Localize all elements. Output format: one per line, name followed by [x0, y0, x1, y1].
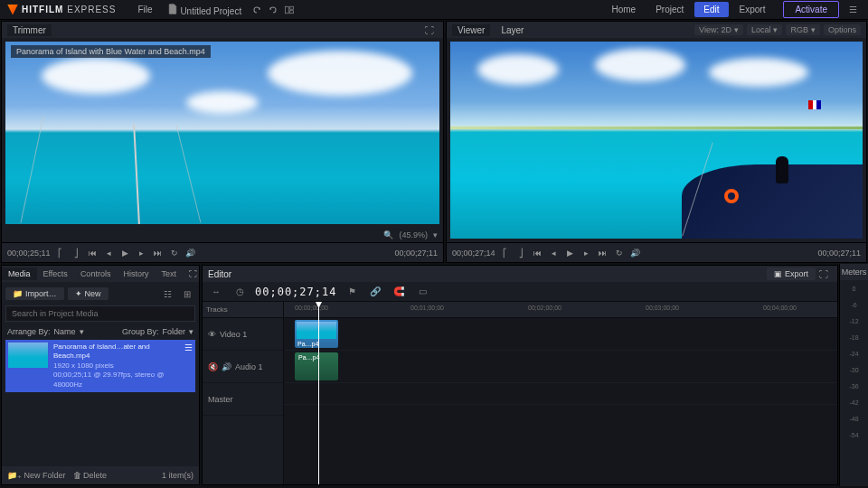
editor-fullscreen-icon[interactable]: ⛶	[816, 266, 832, 282]
group-value[interactable]: Folder	[162, 327, 185, 336]
meters-panel: Meters 0 -6 -12 -18 -24 -30 -36 -42 -48 …	[839, 264, 868, 486]
layout-button[interactable]	[281, 2, 297, 18]
tab-media[interactable]: Media	[2, 267, 37, 280]
v-step-fwd-button[interactable]: ▸	[580, 247, 593, 259]
trimmer-fullscreen-icon[interactable]: ⛶	[421, 22, 438, 38]
meter-scale: 0 -6 -12 -18 -24 -30 -36 -42 -48 -54	[840, 280, 868, 438]
grid-view-icon[interactable]: ⊞	[179, 286, 195, 302]
nav-home[interactable]: Home	[602, 2, 645, 17]
step-fwd-button[interactable]: ▸	[136, 247, 148, 259]
media-search-input[interactable]	[5, 305, 195, 322]
video-lane[interactable]: Pa…p4	[284, 318, 837, 351]
link-icon[interactable]: 🔗	[367, 284, 383, 300]
viewer-playback: 00;00;27;14 ⎡ ⎦ ⏮ ◂ ▶ ▸ ⏭ ↻ 🔊 00;00;27;1…	[447, 242, 866, 262]
trimmer-panel: Trimmer ⛶ Panorama of Island with Blue W…	[1, 21, 444, 263]
trimmer-tab[interactable]: Trimmer	[7, 24, 52, 36]
v-go-end-button[interactable]: ⏭	[597, 247, 609, 259]
video-track-label[interactable]: 👁 Video 1	[203, 318, 283, 351]
nav-edit[interactable]: Edit	[694, 2, 728, 17]
track-area[interactable]: 00;00;00;00 00;01;00;00 00;02;00;00 00;0…	[284, 302, 837, 484]
volume-button[interactable]: 🔊	[184, 247, 197, 259]
undo-button[interactable]	[249, 2, 265, 18]
timecode-display[interactable]: 00;00;27;14	[255, 286, 336, 298]
tab-controls[interactable]: Controls	[74, 267, 118, 280]
svg-rect-0	[286, 6, 289, 14]
master-track-label[interactable]: Master	[203, 383, 283, 416]
v-mark-in-button[interactable]: ⎡	[499, 247, 512, 259]
v-loop-button[interactable]: ↻	[613, 247, 626, 259]
redo-button[interactable]	[265, 2, 281, 18]
meter-mark: -18	[849, 334, 858, 341]
ruler-tick: 00;02;00;00	[528, 305, 561, 311]
magnet-icon[interactable]: 🧲	[391, 284, 407, 300]
master-lane[interactable]	[284, 383, 837, 405]
media-fullscreen-icon[interactable]: ⛶	[183, 267, 203, 280]
go-end-button[interactable]: ⏭	[152, 247, 165, 259]
lower-row: Media Effects Controls History Text ⛶ 📁 …	[0, 264, 868, 486]
menu-file[interactable]: File	[130, 5, 159, 14]
view-mode-dropdown[interactable]: View: 2D ▾	[694, 24, 743, 35]
viewer-tab[interactable]: Viewer	[452, 24, 490, 36]
chevron-down-icon[interactable]: ▾	[433, 230, 438, 239]
layer-tab[interactable]: Layer	[495, 24, 529, 36]
chevron-down-icon[interactable]: ▾	[80, 327, 84, 336]
timeline-ruler[interactable]: 00;00;00;00 00;01;00;00 00;02;00;00 00;0…	[284, 302, 837, 318]
new-folder-button[interactable]: 📁₊ New Folder	[7, 471, 66, 480]
v-go-start-button[interactable]: ⏮	[532, 247, 544, 259]
eye-icon[interactable]: 👁	[208, 330, 216, 339]
step-back-button[interactable]: ◂	[103, 247, 116, 259]
timeline-audio-clip[interactable]: Pa…p4	[295, 352, 338, 380]
trimmer-preview[interactable]: Panorama of Island with Blue Water and B…	[5, 42, 439, 224]
timeline-video-clip[interactable]: Pa…p4	[295, 320, 338, 348]
marker-icon[interactable]: ⚑	[344, 284, 360, 300]
zoom-out-icon[interactable]: 🔍	[383, 230, 393, 239]
options-button[interactable]: Options	[824, 24, 861, 35]
import-button[interactable]: 📁 Import…	[5, 287, 64, 300]
audio-track-label[interactable]: 🔇 🔊 Audio 1	[203, 351, 283, 383]
logo-icon	[7, 5, 18, 15]
meter-mark: 0	[853, 286, 856, 292]
mute-icon[interactable]: 🔇	[208, 362, 218, 371]
channels-dropdown[interactable]: RGB ▾	[786, 24, 820, 35]
snap-icon[interactable]: ↔	[208, 284, 224, 300]
v-volume-button[interactable]: 🔊	[629, 247, 642, 259]
media-tabs: Media Effects Controls History Text ⛶	[2, 266, 199, 282]
playhead[interactable]	[318, 302, 319, 484]
media-item[interactable]: Panorama of Island…ater and Beach.mp4 19…	[5, 340, 195, 392]
speaker-icon[interactable]: 🔊	[222, 362, 231, 371]
tab-text[interactable]: Text	[155, 267, 183, 280]
viewer-preview[interactable]	[450, 42, 863, 239]
editor-export-button[interactable]: ▣ Export	[767, 267, 816, 280]
workspace-tabs: Home Project Edit Export	[602, 2, 774, 17]
tab-effects[interactable]: Effects	[37, 267, 74, 280]
meter-mark: -30	[849, 367, 858, 373]
editor-tab[interactable]: Editor	[208, 269, 231, 279]
activate-button[interactable]: Activate	[783, 1, 839, 18]
tool-icon[interactable]: ▭	[414, 284, 430, 300]
nav-project[interactable]: Project	[646, 2, 693, 17]
mark-in-button[interactable]: ⎡	[54, 247, 67, 259]
play-button[interactable]: ▶	[119, 247, 132, 259]
v-step-back-button[interactable]: ◂	[548, 247, 561, 259]
media-item-options-icon[interactable]: ☰	[184, 343, 193, 389]
menu-icon[interactable]: ☰	[844, 2, 861, 18]
ruler-tick: 00;04;00;00	[763, 305, 797, 311]
v-play-button[interactable]: ▶	[564, 247, 577, 259]
clock-icon[interactable]: ◷	[231, 284, 248, 300]
chevron-down-icon[interactable]: ▾	[189, 327, 193, 336]
v-mark-out-button[interactable]: ⎦	[515, 247, 528, 259]
delete-button[interactable]: 🗑 Delete	[73, 471, 108, 480]
nav-export[interactable]: Export	[731, 2, 775, 17]
project-title[interactable]: Untitled Project	[160, 4, 250, 16]
new-button[interactable]: ✦ New	[68, 287, 108, 300]
editor-panel: Editor ▣ Export ⛶ ↔ ◷ 00;00;27;14 ⚑ 🔗 🧲 …	[202, 265, 838, 485]
arrange-value[interactable]: Name	[54, 327, 76, 336]
audio-lane[interactable]: Pa…p4	[284, 351, 837, 383]
list-view-icon[interactable]: ☷	[159, 286, 175, 302]
loop-button[interactable]: ↻	[168, 247, 181, 259]
space-dropdown[interactable]: Local ▾	[747, 24, 783, 35]
tab-history[interactable]: History	[117, 267, 155, 280]
mark-out-button[interactable]: ⎦	[71, 247, 83, 259]
svg-rect-2	[290, 10, 294, 13]
go-start-button[interactable]: ⏮	[87, 247, 99, 259]
